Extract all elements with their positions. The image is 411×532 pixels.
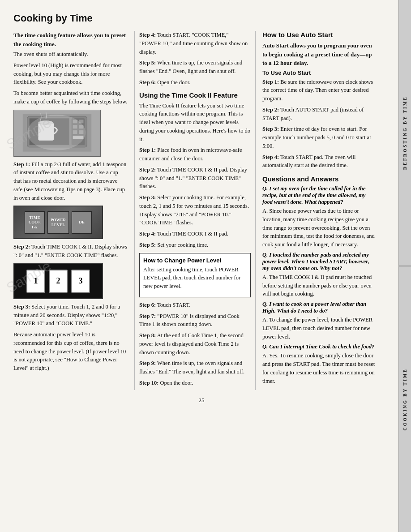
svg-rect-11 [73,130,77,134]
as-step3-bold: Step 3: [262,126,279,132]
auto-start-bold: Auto Start allows you to program your ov… [262,41,376,68]
intro-p2: Power level 10 (High) is recommended for… [13,61,128,86]
q2: Q. I touched the number pads and selecte… [262,252,376,272]
tc2-step10-bold: Step 10: [139,380,158,386]
as-step2-bold: Step 2: [262,107,279,113]
auto-start-title: How to Use Auto Start [262,31,376,39]
tc2-step5: Step 5: Set your cooking time. [139,241,251,249]
m-step6-bold: Step 6: [139,79,156,86]
tc2-step9: Step 9: When time is up, the oven signal… [139,359,251,376]
number-buttons-image: 1 2 3 [13,263,103,299]
tc2-step6-bold: Step 6: [139,302,156,308]
svg-rect-9 [79,120,83,123]
q4: Q. Can I interrupt Time Cook to check th… [262,343,376,350]
a2: A. The TIME COOK I & II pad must be touc… [262,273,376,298]
page-number: 25 [13,397,390,404]
tc2-step5-bold: Step 5: [139,242,156,248]
as-step1-text: Be sure the microwave oven clock shows t… [262,79,373,102]
sidebar-top-label: Defrosting by Time [402,96,407,170]
svg-rect-12 [79,130,83,134]
tc2-step9-bold: Step 9: [139,360,156,366]
m-step4-bold: Step 4: [139,32,156,38]
as-step4-bold: Step 4: [262,154,279,160]
m-step6-text: Open the door. [156,79,190,86]
sidebar-top-section: Defrosting by Time [399,0,411,266]
step2-bold: Step 2: [13,244,30,250]
page-inner: Cooking by Time The time cooking feature… [0,0,398,532]
info-box: How to Change Power Level After setting … [139,253,251,297]
num-btn-2: 2 [49,270,68,293]
tc2-step1-bold: Step 1: [139,147,156,153]
as-step4: Step 4: Touch START pad. The oven will a… [262,153,376,170]
qa-title: Questions and Answers [262,175,376,183]
infobox-text: After setting cooking time, touch POWER … [143,266,247,291]
m-step4: Step 4: Touch START. "COOK TIME," "POWER… [139,31,251,56]
as-step3: Step 3: Enter time of day for oven to st… [262,125,376,150]
tc2-step6-text: Touch START. [156,302,190,308]
tc2-step7: Step 7: "POWER 10" is displayed and Cook… [139,312,251,329]
tc2-step4: Step 4: Touch TIME COOK I & II pad. [139,230,251,238]
step1: Step 1: Fill a cup 2/3 full of water, ad… [13,160,128,202]
tc2-step2: Step 2: Touch TIME COOK I & II pad. Disp… [139,166,251,191]
page-title: Cooking by Time [13,13,390,24]
svg-rect-4 [38,123,54,141]
intro-bold: The time cooking feature allows you to p… [13,31,128,48]
num-btn-1: 1 [26,270,45,293]
time-cook-button: TIMECOOKI & [25,211,45,234]
tc2-step2-text: Touch TIME COOK I & II pad. Display show… [139,167,247,190]
svg-rect-3 [30,118,69,145]
tc2-step8: Step 8: At the end of Cook Time 1, the s… [139,331,251,356]
tc2-step4-bold: Step 4: [139,231,156,237]
section2-title: Using the Time Cook II Feature [139,91,251,99]
q1: Q. I set my oven for the time called for… [262,185,376,206]
step3: Step 3: Select your time. Touch 1, 2 and… [13,303,128,328]
tc2-step10-text: Open the door. [158,380,193,386]
svg-rect-7 [73,120,77,123]
tc2-step1: Step 1: Place food in oven in microwave-… [139,146,251,163]
intro-p1: The oven shuts off automatically. [13,50,128,59]
a3: A. To change the power level, touch the … [262,316,376,341]
infobox-title: How to Change Power Level [143,257,247,264]
num-btn-3: 3 [71,270,90,293]
as-step2: Step 2: Touch AUTO START pad (instead of… [262,106,376,123]
a4: A. Yes. To resume cooking, simply close … [262,352,376,385]
section2-intro: The Time Cook II feature lets you set tw… [139,102,251,144]
tc2-step8-bold: Step 8: [139,332,156,339]
q3: Q. I want to cook on a power level other… [262,301,376,314]
power-level-button: POWERLEVEL [47,211,69,234]
tc2-step10: Step 10: Open the door. [139,379,251,387]
m-step5: Step 5: When time is up, the oven signal… [139,59,251,76]
tc2-step6: Step 6: Touch START. [139,301,251,309]
intro-p3: To become better acquainted with time co… [13,89,128,106]
svg-rect-8 [73,125,77,129]
svg-rect-10 [79,125,83,129]
tc2-step5-text: Set your cooking time. [156,242,208,248]
tc2-step3: Step 3: Select your cooking time. For ex… [139,193,251,227]
a1: A. Since house power varies due to time … [262,207,376,249]
as-step3-text: Enter time of day for oven to start. For… [262,126,371,149]
col-middle: Step 4: Touch START. "COOK TIME," "POWER… [134,31,255,390]
as-step1-bold: Step 1: [262,79,279,85]
sidebar-bottom-label: Cooking by Time [402,368,407,430]
step1-bold: Step 1: [13,161,30,167]
columns-wrapper: The time cooking feature allows you to p… [13,31,390,390]
tc2-step4-text: Touch TIME COOK I & II pad. [156,231,228,237]
step1-text: Fill a cup 2/3 full of water, add 1 teas… [13,161,126,201]
coffee-cup-image [13,110,101,157]
svg-point-5 [38,120,53,125]
col-left: The time cooking feature allows you to p… [13,31,134,390]
col-right: How to Use Auto Start Auto Start allows … [255,31,376,390]
step2: Step 2: Touch TIME COOK I & II. Display … [13,243,128,260]
microwave-buttons-image: TIMECOOKI & POWERLEVEL DE [13,206,103,239]
svg-rect-13 [73,135,84,139]
page-wrapper: Cooking by Time The time cooking feature… [0,0,411,532]
as-step1: Step 1: Be sure the microwave oven clock… [262,78,376,103]
tc2-step3-bold: Step 3: [139,194,156,201]
step2-text: Touch TIME COOK I & II. Display shows ":… [13,244,127,258]
right-sidebar: Defrosting by Time Cooking by Time [398,0,411,532]
tc2-step7-bold: Step 7: [139,313,156,319]
step3-bold: Step 3: [13,304,30,310]
svg-rect-2 [27,116,87,147]
sidebar-bottom-section: Cooking by Time [399,266,411,532]
de-button: DE [72,211,92,234]
